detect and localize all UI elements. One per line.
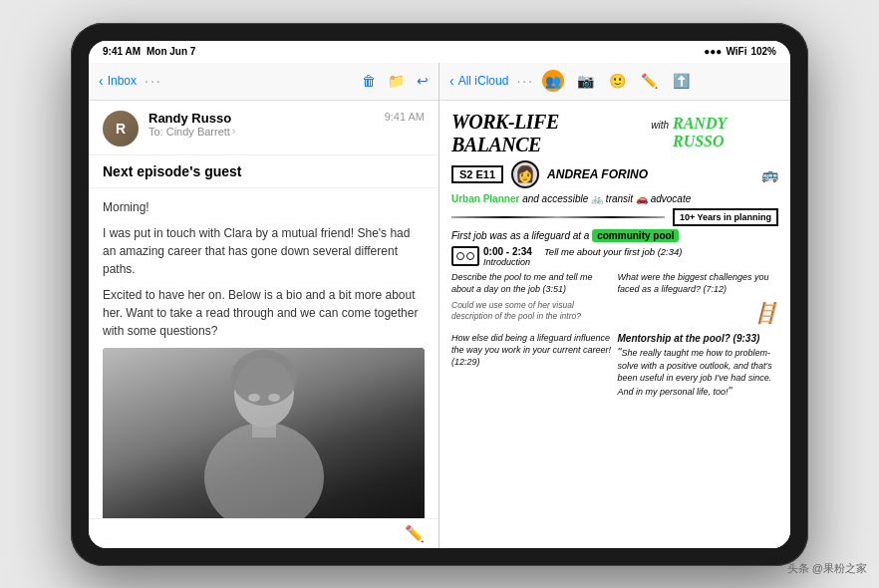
years-badge: 10+ Years in planning	[673, 208, 778, 226]
svg-point-4	[248, 394, 260, 402]
status-time: 9:41 AM	[103, 46, 141, 57]
host-block: ANDREA FORINO	[547, 167, 648, 181]
q3-item: What were the biggest challenges you fac…	[618, 271, 779, 295]
status-right: ●●● WiFi 102%	[704, 46, 776, 57]
svg-point-3	[204, 423, 324, 518]
q1-text: Tell me about your first job (2:34)	[544, 246, 778, 257]
ladder-decoration: 🪜	[618, 300, 779, 327]
desc-text: and accessible	[522, 193, 591, 204]
intro-box: 0:00 - 2:34 Introduction Tell me about y…	[451, 246, 778, 267]
notes-panel: ‹ All iCloud ··· 👥 📷 🙂 ✏️ ⬆️	[440, 63, 790, 548]
bottom-grid: Describe the pool to me and tell me abou…	[451, 271, 778, 400]
description-line: Urban Planner and accessible 🚲 transit 🚗…	[451, 192, 778, 205]
pool-badge: community pool	[592, 229, 679, 242]
mail-nav-bar: ‹ Inbox ··· 🗑 📁 ↩	[89, 63, 439, 101]
mail-body: Morning! I was put in touch with Clara b…	[89, 188, 439, 518]
mail-footer: ✏️	[89, 518, 439, 548]
pencil-icon[interactable]: ✏️	[638, 70, 660, 92]
signal-icon: ●●●	[704, 46, 722, 57]
ladder-icon: 🪜	[618, 300, 779, 327]
note1-text: Could we use some of her visual descript…	[451, 300, 613, 323]
sketch-with-text: with	[651, 120, 669, 131]
mail-more-button[interactable]: ···	[145, 73, 162, 89]
intro-time: 0:00 - 2:34	[483, 246, 532, 257]
desc-bike-icon: 🚲	[591, 193, 603, 204]
intro-time-block: 0:00 - 2:34 Introduction	[483, 246, 532, 267]
notes-more-button[interactable]: ···	[516, 73, 534, 89]
q2-item: Describe the pool to me and tell me abou…	[451, 271, 613, 295]
status-day: Mon Jun 7	[146, 46, 195, 57]
svg-point-1	[231, 350, 297, 406]
mail-action-buttons: 🗑 📁 ↩	[362, 73, 429, 89]
mail-body-paragraph-1: I was put in touch with Clara by a mutua…	[103, 224, 425, 278]
q4-item: How else did being a lifeguard influence…	[451, 332, 613, 399]
person-silhouette	[164, 348, 364, 518]
train-icon: 🚌	[761, 166, 778, 182]
inbox-back-label[interactable]: Inbox	[108, 74, 137, 88]
status-left: 9:41 AM Mon Jun 7	[103, 46, 195, 57]
q5-item: Mentorship at the pool? (9:33) She reall…	[618, 332, 779, 399]
sketch-guest-name: RANDY RUSSO	[673, 115, 778, 150]
person-group-icon[interactable]: 👥	[542, 70, 564, 92]
cassette-reel-right	[466, 252, 474, 260]
train-decoration: 🚌	[761, 165, 778, 183]
notes-sketch-content: WORK-LIFE BALANCE with RANDY RUSSO S2 E1…	[440, 101, 790, 548]
divider-line	[451, 216, 665, 218]
notes-back-nav[interactable]: ‹ All iCloud	[449, 73, 508, 89]
mail-greeting: Morning!	[103, 198, 425, 216]
sketch-title-row: WORK-LIFE BALANCE with RANDY RUSSO	[451, 111, 778, 156]
notes-nav-bar: ‹ All iCloud ··· 👥 📷 🙂 ✏️ ⬆️	[440, 63, 790, 101]
first-job-line: First job was as a lifeguard at a commun…	[451, 229, 778, 242]
status-bar: 9:41 AM Mon Jun 7 ●●● WiFi 102%	[89, 41, 790, 63]
split-view: ‹ Inbox ··· 🗑 📁 ↩ R Randy Russo	[89, 63, 790, 548]
desc-advocate: advocate	[651, 193, 692, 204]
intro-label: Introduction	[483, 257, 532, 267]
ipad-device: 9:41 AM Mon Jun 7 ●●● WiFi 102% ‹ Inbox …	[71, 23, 808, 566]
sender-avatar: R	[103, 111, 139, 147]
sender-name: Randy Russo	[148, 111, 375, 126]
mail-time: 9:41 AM	[385, 111, 425, 123]
svg-point-5	[268, 394, 280, 402]
mail-subject: Next episode's guest	[89, 155, 439, 188]
camera-icon[interactable]: 📷	[574, 70, 596, 92]
cassette-icon	[451, 246, 479, 266]
planning-row: 10+ Years in planning	[451, 208, 778, 226]
mail-back-nav[interactable]: ‹ Inbox	[99, 73, 137, 89]
ipad-screen: 9:41 AM Mon Jun 7 ●●● WiFi 102% ‹ Inbox …	[89, 41, 790, 548]
reply-icon[interactable]: ↩	[417, 73, 429, 89]
trash-icon[interactable]: 🗑	[362, 73, 376, 89]
desc-car-icon: 🚗	[636, 193, 648, 204]
q5-text: Mentorship at the pool? (9:33)	[618, 332, 779, 346]
desc-transit: transit	[606, 193, 636, 204]
mail-from-info: Randy Russo To: Cindy Barrett ›	[148, 111, 375, 138]
mail-panel: ‹ Inbox ··· 🗑 📁 ↩ R Randy Russo	[89, 63, 440, 548]
mail-sender-header: R Randy Russo To: Cindy Barrett › 9:41 A…	[89, 101, 439, 155]
folder-icon[interactable]: 📁	[388, 73, 405, 89]
sketch-main-title: WORK-LIFE BALANCE	[451, 111, 647, 156]
episode-badge: S2 E11	[451, 165, 503, 183]
mail-to: To: Cindy Barrett ›	[148, 126, 375, 138]
note1-item: Could we use some of her visual descript…	[451, 300, 613, 327]
watermark: 头条 @果粉之家	[787, 561, 867, 576]
guest-photo	[103, 348, 425, 518]
chevron-right-icon: ›	[232, 126, 235, 137]
chevron-left-icon: ‹	[99, 73, 104, 89]
cassette-reel-left	[456, 252, 464, 260]
icloud-back-label[interactable]: All iCloud	[458, 74, 509, 88]
desc-green-word: Urban Planner	[451, 193, 519, 204]
host-name: ANDREA FORINO	[547, 167, 648, 181]
first-job-text: First job was as a lifeguard at a	[451, 230, 592, 241]
mail-body-paragraph-2: Excited to have her on. Below is a bio a…	[103, 286, 425, 340]
quote-text: She really taught me how to problem-solv…	[618, 345, 779, 399]
wifi-icon: WiFi	[726, 46, 746, 57]
host-face-icon: 👩	[511, 160, 539, 188]
markup-icon[interactable]: ✏️	[405, 524, 425, 543]
chevron-left-icon: ‹	[449, 73, 454, 89]
battery-icon: 102%	[750, 46, 776, 57]
episode-row: S2 E11 👩 ANDREA FORINO 🚌	[451, 160, 778, 188]
smiley-icon[interactable]: 🙂	[606, 70, 628, 92]
notes-toolbar-icons: 👥 📷 🙂 ✏️ ⬆️	[542, 70, 692, 92]
share-icon[interactable]: ⬆️	[670, 70, 692, 92]
